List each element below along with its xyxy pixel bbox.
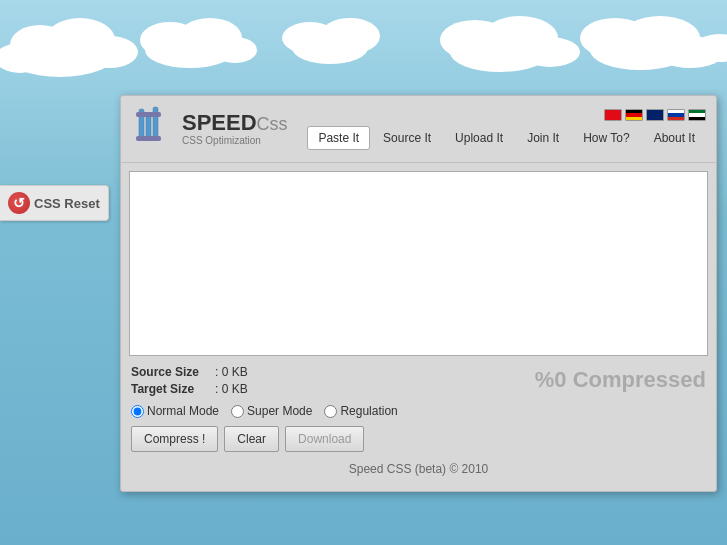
regulation-mode-option[interactable]: Regulation: [324, 404, 397, 418]
tab-source-it[interactable]: Source It: [372, 126, 442, 150]
content-area: Source Size : 0 KB Target Size : 0 KB %0…: [121, 163, 716, 452]
source-size-label: Source Size: [131, 365, 211, 379]
target-size-label: Target Size: [131, 382, 211, 396]
source-size-value: : 0 KB: [215, 365, 248, 379]
flag-gb[interactable]: [646, 109, 664, 121]
normal-mode-option[interactable]: Normal Mode: [131, 404, 219, 418]
flag-tr[interactable]: [604, 109, 622, 121]
super-mode-label: Super Mode: [247, 404, 312, 418]
flag-ru[interactable]: [667, 109, 685, 121]
mode-row: Normal Mode Super Mode Regulation: [129, 404, 708, 418]
stats-left: Source Size : 0 KB Target Size : 0 KB: [131, 365, 248, 396]
compressed-percentage: %0 Compressed: [535, 367, 706, 393]
clouds-decoration: [0, 0, 727, 85]
download-button[interactable]: Download: [285, 426, 364, 452]
super-mode-radio[interactable]: [231, 405, 244, 418]
tab-how-to[interactable]: How To?: [572, 126, 640, 150]
svg-rect-25: [136, 112, 161, 117]
svg-rect-22: [146, 114, 151, 139]
tab-about-it[interactable]: About It: [643, 126, 706, 150]
stats-area: Source Size : 0 KB Target Size : 0 KB %0…: [129, 365, 708, 396]
logo-area: SPEEDCss CSS Optimization: [131, 104, 288, 154]
logo-speed-text: SPEEDCss: [182, 112, 288, 134]
svg-rect-23: [153, 107, 158, 139]
clear-button[interactable]: Clear: [224, 426, 279, 452]
buttons-row: Compress ! Clear Download: [129, 426, 708, 452]
language-flags: [604, 109, 706, 121]
target-size-value: : 0 KB: [215, 382, 248, 396]
flag-ae[interactable]: [688, 109, 706, 121]
footer: Speed CSS (beta) © 2010: [121, 452, 716, 481]
textarea-wrapper: [129, 171, 708, 359]
css-input-textarea[interactable]: [129, 171, 708, 356]
compress-button[interactable]: Compress !: [131, 426, 218, 452]
source-size-row: Source Size : 0 KB: [131, 365, 248, 379]
svg-rect-24: [136, 136, 161, 141]
tab-upload-it[interactable]: Upload It: [444, 126, 514, 150]
svg-point-8: [213, 37, 257, 63]
main-window: SPEEDCss CSS Optimization Paste It Sourc…: [120, 95, 717, 492]
logo-icon: [131, 104, 176, 154]
footer-text: Speed CSS (beta) © 2010: [349, 462, 489, 476]
svg-point-15: [520, 37, 580, 67]
css-reset-label: CSS Reset: [34, 196, 100, 211]
header-right: Paste It Source It Upload It Join It How…: [307, 109, 706, 150]
target-size-row: Target Size : 0 KB: [131, 382, 248, 396]
normal-mode-radio[interactable]: [131, 405, 144, 418]
css-reset-icon: [8, 192, 30, 214]
tab-paste-it[interactable]: Paste It: [307, 126, 370, 150]
flag-de[interactable]: [625, 109, 643, 121]
svg-point-4: [82, 36, 138, 68]
svg-point-11: [320, 18, 380, 54]
app-header: SPEEDCss CSS Optimization Paste It Sourc…: [121, 96, 716, 163]
normal-mode-label: Normal Mode: [147, 404, 219, 418]
logo-subtitle: CSS Optimization: [182, 136, 288, 146]
regulation-mode-label: Regulation: [340, 404, 397, 418]
logo-text: SPEEDCss CSS Optimization: [182, 112, 288, 146]
nav-tabs: Paste It Source It Upload It Join It How…: [307, 126, 706, 150]
css-reset-badge[interactable]: CSS Reset: [0, 185, 109, 221]
regulation-mode-radio[interactable]: [324, 405, 337, 418]
tab-join-it[interactable]: Join It: [516, 126, 570, 150]
super-mode-option[interactable]: Super Mode: [231, 404, 312, 418]
